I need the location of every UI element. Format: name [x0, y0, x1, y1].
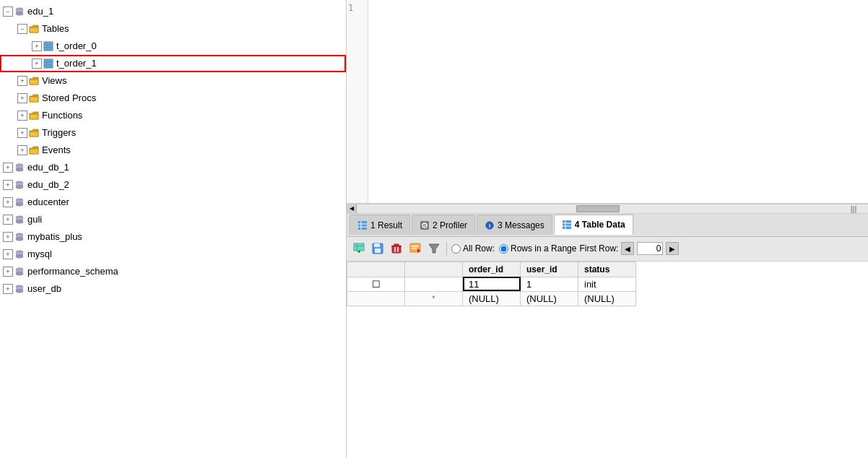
tree-item-events[interactable]: + Events: [0, 142, 346, 159]
tree-item-functions[interactable]: + Functions: [0, 107, 346, 124]
horizontal-scrollbar[interactable]: ◀ |||: [347, 204, 868, 214]
db-icon: [14, 284, 25, 294]
expand-icon-t_order_1[interactable]: +: [32, 59, 42, 69]
tab-profiler[interactable]: 2 Profiler: [412, 215, 475, 235]
expand-icon-edu1[interactable]: −: [3, 7, 13, 17]
tree-item-tables[interactable]: − Tables: [0, 20, 346, 38]
expand-icon-events[interactable]: +: [17, 145, 27, 155]
expand-icon-tables[interactable]: −: [17, 24, 27, 34]
expand-icon-user_db[interactable]: +: [3, 284, 13, 294]
cell-status[interactable]: init: [578, 277, 636, 291]
expand-icon-stored_procs[interactable]: +: [17, 93, 27, 103]
row-number-input[interactable]: [637, 242, 663, 255]
scroll-left-btn[interactable]: ◀: [347, 204, 357, 214]
table-icon: [43, 41, 53, 51]
folder-icon: [29, 93, 39, 103]
scroll-label: |||: [839, 204, 868, 213]
tree-item-mybatis_plus[interactable]: + mybatis_plus: [0, 228, 346, 246]
expand-icon-views[interactable]: +: [17, 76, 27, 86]
expand-icon-mysql[interactable]: +: [3, 249, 13, 259]
add-row-btn[interactable]: [351, 241, 367, 256]
tree-item-guli[interactable]: + guli: [0, 211, 346, 228]
db-icon: [14, 197, 25, 207]
svg-point-27: [16, 238, 23, 241]
expand-icon-guli[interactable]: +: [3, 215, 13, 225]
svg-rect-59: [394, 244, 399, 246]
tree-item-t_order_0[interactable]: + t_order_0: [0, 38, 346, 55]
svg-point-15: [16, 168, 23, 171]
cell-user-id[interactable]: 1: [521, 277, 578, 291]
expand-icon-edu_db_1[interactable]: +: [3, 163, 13, 173]
tree-item-performance_schema[interactable]: + performance_schema: [0, 263, 346, 280]
row-input-group: First Row: ◀ ▶: [579, 242, 679, 255]
col-order-id[interactable]: order_id: [463, 262, 521, 277]
svg-rect-52: [357, 243, 357, 251]
nav-left-btn[interactable]: ◀: [621, 242, 634, 255]
query-editor[interactable]: 1: [347, 0, 868, 204]
db-icon: [14, 249, 25, 259]
rows-range-option[interactable]: Rows in a Range: [499, 243, 576, 254]
tree-label-stored_procs: Stored Procs: [42, 91, 96, 105]
expand-icon-educenter[interactable]: +: [3, 197, 13, 207]
expand-icon-performance_schema[interactable]: +: [3, 267, 13, 277]
all-rows-radio[interactable]: [451, 244, 461, 254]
expand-icon-t_order_0[interactable]: +: [32, 41, 42, 51]
tree-item-stored_procs[interactable]: + Stored Procs: [0, 90, 346, 107]
db-icon: [14, 267, 25, 277]
expand-icon-functions[interactable]: +: [17, 111, 27, 121]
tree-item-triggers[interactable]: + Triggers: [0, 124, 346, 142]
tree-label-edu1: edu_1: [27, 4, 53, 19]
col-indicator: [405, 262, 463, 277]
tab-result[interactable]: 1 Result: [350, 215, 410, 235]
svg-point-21: [16, 203, 23, 206]
scroll-thumb[interactable]: [576, 205, 620, 212]
table-row: * (NULL) (NULL) (NULL): [347, 291, 636, 306]
line-numbers: 1: [347, 0, 368, 203]
row-checkbox[interactable]: ☐: [347, 277, 405, 291]
delete-btn[interactable]: [389, 241, 404, 256]
export-btn[interactable]: [407, 241, 423, 256]
tree-item-edu_db_2[interactable]: + edu_db_2: [0, 176, 346, 194]
tab-label-result: 1 Result: [370, 220, 402, 230]
cell-status-null[interactable]: (NULL): [578, 291, 636, 306]
col-user-id[interactable]: user_id: [521, 262, 578, 277]
svg-point-33: [16, 272, 23, 275]
tree-item-views[interactable]: + Views: [0, 72, 346, 90]
svg-rect-57: [375, 249, 381, 253]
expand-icon-mybatis_plus[interactable]: +: [3, 232, 13, 242]
rows-range-radio[interactable]: [499, 244, 508, 254]
svg-text:i: i: [489, 222, 490, 229]
separator-1: [446, 242, 447, 255]
tab-table_data[interactable]: 4 Table Data: [554, 215, 633, 235]
nav-right-btn[interactable]: ▶: [666, 242, 679, 255]
tree-item-edu_db_1[interactable]: + edu_db_1: [0, 159, 346, 176]
row-indicator: *: [405, 291, 463, 306]
svg-point-24: [16, 220, 23, 223]
tree-label-edu_db_2: edu_db_2: [27, 178, 69, 192]
tab-label-table_data: 4 Table Data: [575, 220, 625, 230]
filter-btn[interactable]: [426, 241, 442, 256]
cell-user-id-null[interactable]: (NULL): [521, 291, 578, 306]
svg-point-36: [16, 290, 23, 293]
db-icon: [14, 232, 25, 242]
col-status[interactable]: status: [578, 262, 636, 277]
cell-order-id-null[interactable]: (NULL): [463, 291, 521, 306]
tree-item-user_db[interactable]: + user_db: [0, 280, 346, 298]
expand-icon-edu_db_2[interactable]: +: [3, 180, 13, 190]
save-btn[interactable]: [370, 241, 386, 256]
tab-icon-result: [357, 220, 368, 230]
row-checkbox[interactable]: [347, 291, 405, 306]
tree-item-t_order_1[interactable]: + t_order_1: [0, 55, 346, 72]
svg-rect-56: [374, 243, 380, 247]
cell-order-id[interactable]: 11: [463, 277, 521, 291]
svg-rect-3: [44, 42, 53, 51]
svg-rect-64: [412, 246, 419, 247]
expand-icon-triggers[interactable]: +: [17, 128, 27, 138]
all-rows-option[interactable]: All Row:: [451, 243, 495, 254]
tab-messages[interactable]: i 3 Messages: [477, 215, 552, 235]
tree-item-educenter[interactable]: + educenter: [0, 194, 346, 211]
folder-icon: [29, 76, 39, 86]
table-toolbar: All Row: Rows in a Range First Row: ◀ ▶: [347, 237, 868, 262]
tree-item-edu1[interactable]: − edu_1: [0, 3, 346, 20]
tree-item-mysql[interactable]: + mysql: [0, 246, 346, 263]
